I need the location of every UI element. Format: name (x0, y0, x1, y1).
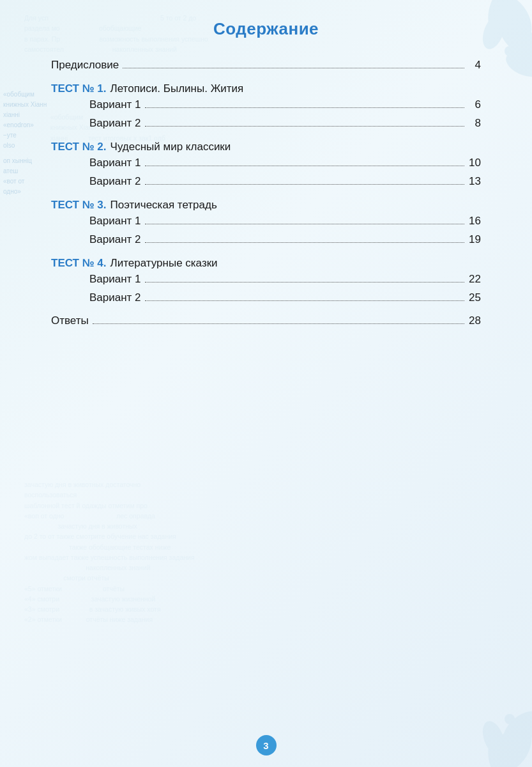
svg-point-13 (494, 748, 500, 754)
toc-section-3: ТЕСТ № 3. Поэтическая тетрадь (51, 199, 481, 212)
floral-decoration-bottom-right (455, 639, 532, 767)
toc-section-label-black: Летописи. Былины. Жития (110, 82, 244, 95)
toc-label: Вариант 1 (89, 271, 141, 288)
toc-page: 13 (468, 173, 481, 190)
toc-page: 4 (468, 57, 481, 74)
toc-dots (145, 107, 464, 108)
toc-section-label-blue: ТЕСТ № 3. (51, 199, 107, 212)
toc-item-3-v1: Вариант 1 16 (51, 213, 481, 229)
svg-point-12 (505, 714, 515, 724)
toc-page: 10 (468, 155, 481, 171)
page-number: 3 (256, 735, 277, 755)
toc-item-1-v1: Вариант 1 6 (51, 97, 481, 113)
toc-section-label-blue: ТЕСТ № 1. (51, 82, 107, 95)
toc-item-4-v2: Вариант 2 25 (51, 290, 481, 306)
toc-dots (145, 126, 464, 127)
toc-dots (123, 68, 464, 68)
toc-page: 22 (468, 271, 481, 288)
toc-item-4-v1: Вариант 1 22 (51, 271, 481, 288)
toc-page: 25 (468, 290, 481, 306)
toc-label: Предисловие (51, 57, 119, 74)
svg-point-9 (485, 733, 515, 767)
toc-item-otvety: Ответы 28 (51, 313, 481, 329)
toc-item-1-v2: Вариант 2 8 (51, 115, 481, 132)
toc-label: Вариант 2 (89, 231, 141, 248)
toc-section-1: ТЕСТ № 1. Летописи. Былины. Жития (51, 82, 481, 95)
toc-dots (145, 166, 464, 166)
toc-item-predislovie: Предисловие 4 (51, 57, 481, 74)
toc-page: 6 (468, 97, 481, 113)
toc-item-2-v2: Вариант 2 13 (51, 173, 481, 190)
bg-watermark-bottom: зачастую дня в животных достаточно воспо… (19, 479, 519, 625)
toc-page: 28 (468, 313, 481, 329)
toc-dots (93, 323, 464, 324)
toc-section-label-blue: ТЕСТ № 4. (51, 257, 107, 270)
page-title: Содержание (51, 19, 481, 39)
toc-section-label-blue: ТЕСТ № 2. (51, 141, 107, 153)
toc-dots (145, 282, 464, 283)
toc-section-label-black: Литературные сказки (110, 257, 218, 270)
svg-point-11 (478, 718, 508, 759)
toc-page: 19 (468, 231, 481, 248)
toc-item-2-v1: Вариант 1 10 (51, 155, 481, 171)
toc-label: Ответы (51, 313, 89, 329)
toc-label: Вариант 1 (89, 97, 141, 113)
toc-section-label-black: Поэтическая тетрадь (110, 199, 217, 212)
svg-point-10 (497, 704, 532, 753)
toc-label: Вариант 2 (89, 290, 141, 306)
toc-label: Вариант 1 (89, 155, 141, 171)
toc-dots (145, 224, 464, 224)
page: «обобщим книжных Хіанн хіанні «enodron» … (0, 0, 532, 767)
toc-section-4: ТЕСТ № 4. Литературные сказки (51, 257, 481, 270)
toc-page: 8 (468, 115, 481, 132)
toc-section-label-black: Чудесный мир классики (110, 141, 231, 153)
toc-item-3-v2: Вариант 2 19 (51, 231, 481, 248)
toc-dots (145, 300, 464, 301)
toc-page: 16 (468, 213, 481, 229)
toc-dots (145, 242, 464, 243)
toc-section-2: ТЕСТ № 2. Чудесный мир классики (51, 141, 481, 153)
toc-label: Вариант 2 (89, 173, 141, 190)
toc-dots (145, 184, 464, 185)
toc-label: Вариант 2 (89, 115, 141, 132)
toc-label: Вариант 1 (89, 213, 141, 229)
toc-content: Содержание Предисловие 4 ТЕСТ № 1. Летоп… (0, 0, 532, 358)
svg-point-8 (486, 718, 532, 767)
